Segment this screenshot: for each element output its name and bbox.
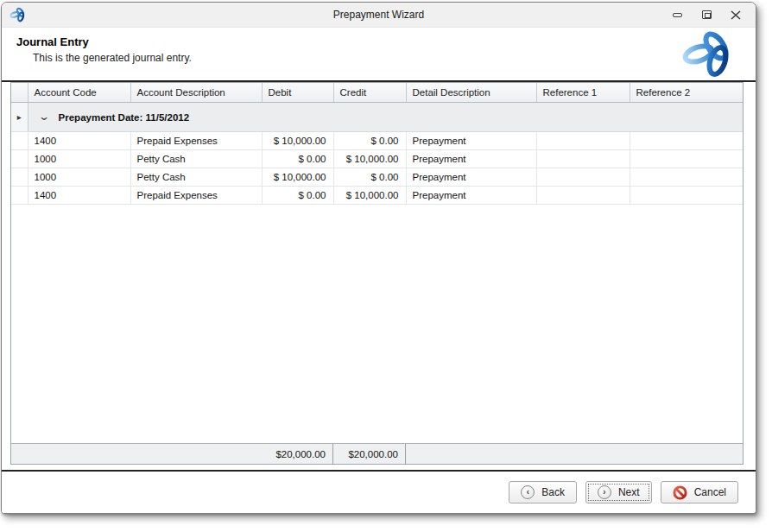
cell-account-code[interactable]: 1000 xyxy=(28,149,130,168)
journal-grid: Account Code Account Description Debit C… xyxy=(10,82,744,465)
brand-logo-icon xyxy=(681,29,737,82)
cancel-button[interactable]: Cancel xyxy=(661,481,738,504)
minimize-icon[interactable] xyxy=(671,9,683,21)
row-indicator-header xyxy=(11,83,28,102)
close-icon[interactable] xyxy=(730,9,742,21)
cell-reference-2[interactable] xyxy=(630,149,743,168)
cell-detail-description[interactable]: Prepayment xyxy=(406,131,536,149)
wizard-footer: ‹ Back › Next Cancel xyxy=(2,472,756,513)
summary-credit-total: $20,000.00 xyxy=(333,444,406,464)
grid-empty-area xyxy=(11,205,743,444)
col-header-debit[interactable]: Debit xyxy=(262,83,333,102)
cell-detail-description[interactable]: Prepayment xyxy=(406,149,536,168)
table-row[interactable]: 1400 Prepaid Expenses $ 0.00 $ 10,000.00… xyxy=(11,186,743,204)
cell-debit[interactable]: $ 10,000.00 xyxy=(262,168,333,186)
summary-row: $20,000.00 $20,000.00 xyxy=(11,443,743,464)
col-header-credit[interactable]: Credit xyxy=(333,83,406,102)
maximize-icon[interactable] xyxy=(700,9,712,21)
table-row[interactable]: 1000 Petty Cash $ 0.00 $ 10,000.00 Prepa… xyxy=(11,149,743,168)
page-title: Journal Entry xyxy=(16,35,89,48)
titlebar: Prepayment Wizard xyxy=(2,3,756,28)
back-button-label: Back xyxy=(541,486,565,498)
header-row: Account Code Account Description Debit C… xyxy=(11,83,743,102)
cell-reference-1[interactable] xyxy=(536,168,630,186)
grid-container: Account Code Account Description Debit C… xyxy=(2,82,756,470)
cell-debit[interactable]: $ 0.00 xyxy=(262,149,333,168)
group-expand-chevron-icon[interactable]: ⌄ xyxy=(37,111,49,123)
col-header-reference-1[interactable]: Reference 1 xyxy=(536,83,630,102)
cell-credit[interactable]: $ 0.00 xyxy=(333,168,406,186)
next-button-label: Next xyxy=(618,486,640,498)
table-row[interactable]: 1400 Prepaid Expenses $ 10,000.00 $ 0.00… xyxy=(11,131,743,149)
cell-detail-description[interactable]: Prepayment xyxy=(406,186,536,204)
cell-reference-1[interactable] xyxy=(536,149,630,168)
cell-debit[interactable]: $ 0.00 xyxy=(262,186,333,204)
col-header-detail-description[interactable]: Detail Description xyxy=(406,83,536,102)
cell-debit[interactable]: $ 10,000.00 xyxy=(262,131,333,149)
cell-account-description[interactable]: Prepaid Expenses xyxy=(130,186,262,204)
wizard-window: Prepayment Wizard Journal Entry This is … xyxy=(1,2,756,514)
cell-reference-2[interactable] xyxy=(630,186,743,204)
cell-account-description[interactable]: Petty Cash xyxy=(130,168,262,186)
col-header-account-code[interactable]: Account Code xyxy=(28,83,130,102)
page-header: Journal Entry This is the generated jour… xyxy=(2,28,756,80)
group-row-cell[interactable]: ⌄Prepayment Date: 11/5/2012 xyxy=(28,102,743,131)
cell-credit[interactable]: $ 0.00 xyxy=(333,131,406,149)
cell-credit[interactable]: $ 10,000.00 xyxy=(333,186,406,204)
page-subtitle: This is the generated journal entry. xyxy=(33,52,192,64)
next-button[interactable]: › Next xyxy=(585,481,652,504)
cancel-button-label: Cancel xyxy=(694,486,726,498)
group-row-label: Prepayment Date: 11/5/2012 xyxy=(59,112,190,123)
cell-account-code[interactable]: 1000 xyxy=(28,168,130,186)
cell-account-description[interactable]: Petty Cash xyxy=(130,149,262,168)
cancel-icon xyxy=(673,485,687,500)
cell-credit[interactable]: $ 10,000.00 xyxy=(333,149,406,168)
group-row[interactable]: ▸ ⌄Prepayment Date: 11/5/2012 xyxy=(11,102,743,131)
cell-reference-2[interactable] xyxy=(630,131,743,149)
cell-reference-1[interactable] xyxy=(536,131,630,149)
cell-account-code[interactable]: 1400 xyxy=(28,186,130,204)
cell-account-code[interactable]: 1400 xyxy=(28,131,130,149)
app-logo-icon xyxy=(9,7,27,22)
next-arrow-icon: › xyxy=(598,485,611,499)
journal-table: Account Code Account Description Debit C… xyxy=(11,83,743,205)
back-arrow-icon: ‹ xyxy=(521,485,535,499)
cell-account-description[interactable]: Prepaid Expenses xyxy=(130,131,262,149)
cell-detail-description[interactable]: Prepayment xyxy=(406,168,536,186)
summary-debit-total: $20,000.00 xyxy=(262,444,333,464)
window-title: Prepayment Wizard xyxy=(2,9,756,21)
col-header-reference-2[interactable]: Reference 2 xyxy=(630,83,743,102)
back-button[interactable]: ‹ Back xyxy=(509,481,577,504)
col-header-account-description[interactable]: Account Description xyxy=(130,83,262,102)
cell-reference-2[interactable] xyxy=(630,168,743,186)
row-indicator-arrow-icon: ▸ xyxy=(11,102,28,131)
caption-buttons xyxy=(671,9,756,21)
table-row[interactable]: 1000 Petty Cash $ 10,000.00 $ 0.00 Prepa… xyxy=(11,168,743,186)
cell-reference-1[interactable] xyxy=(536,186,630,204)
